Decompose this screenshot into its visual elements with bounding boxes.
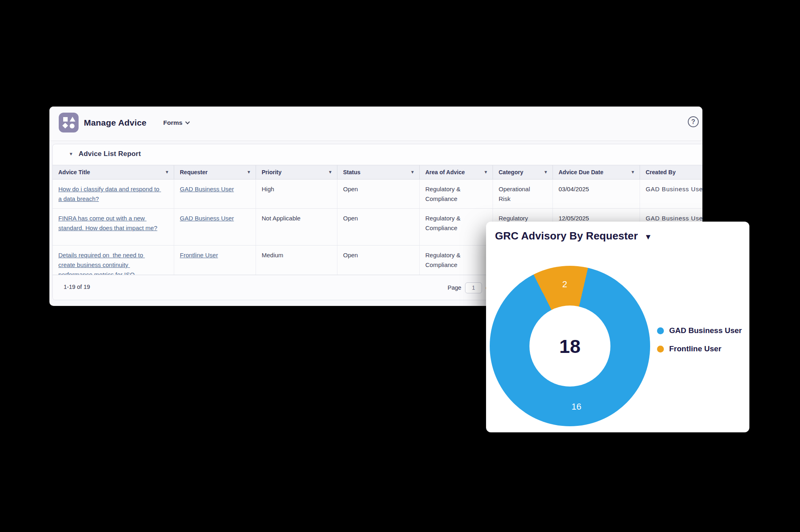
page-label: Page xyxy=(448,284,461,291)
row-range-label: 1-19 of 19 xyxy=(64,284,90,290)
diamond-glyph xyxy=(62,123,68,128)
circle-glyph xyxy=(70,124,75,128)
slice-value-frontline: 2 xyxy=(562,279,567,290)
advice-title-link[interactable]: FINRA has come out with a new standard. … xyxy=(58,214,160,233)
help-icon[interactable]: ? xyxy=(688,116,699,127)
priority-cell: Medium xyxy=(256,246,337,275)
created-by-cell: GAD Business User xyxy=(640,179,702,208)
forms-menu[interactable]: Forms xyxy=(163,119,189,126)
column-dropdown-icon[interactable]: ▾ xyxy=(247,170,250,174)
column-dropdown-icon[interactable]: ▾ xyxy=(166,170,168,174)
requester-link[interactable]: GAD Business User xyxy=(180,186,234,192)
column-header-priority[interactable]: Priority ▾ xyxy=(256,165,337,179)
status-cell: Open xyxy=(337,179,420,208)
chart-dropdown-icon[interactable]: ▼ xyxy=(644,233,652,241)
advice-title-link[interactable]: How do i classify data and respond to a … xyxy=(58,184,160,204)
priority-cell: Not Applicable xyxy=(256,209,337,245)
legend-dot-orange xyxy=(657,346,664,353)
page-title: Manage Advice xyxy=(84,118,147,128)
chart-header: GRC Advisory By Requester ▼ xyxy=(495,230,652,242)
legend-item-gad[interactable]: GAD Business User xyxy=(657,325,742,336)
due-date-cell: 03/04/2025 xyxy=(553,179,640,208)
page-number-input[interactable]: 1 xyxy=(465,282,482,293)
collapse-triangle-icon[interactable]: ▾ xyxy=(70,151,73,156)
column-dropdown-icon[interactable]: ▾ xyxy=(411,170,414,174)
column-header-advice-title[interactable]: Advice Title ▾ xyxy=(53,165,174,179)
category-cell: Operational Risk xyxy=(493,179,553,208)
window-header: Manage Advice Forms ? xyxy=(49,107,702,141)
help-glyph: ? xyxy=(691,118,695,126)
column-header-category[interactable]: Category ▾ xyxy=(493,165,553,179)
donut-hole: 18 xyxy=(529,306,610,387)
column-header-due-date[interactable]: Advice Due Date ▾ xyxy=(553,165,640,179)
slice-value-gad: 16 xyxy=(572,402,581,412)
legend-item-frontline[interactable]: Frontline User xyxy=(657,343,742,355)
advice-title-link[interactable]: Details required on the need to create b… xyxy=(58,250,160,275)
chart-legend: GAD Business User Frontline User xyxy=(657,325,742,355)
grc-advisory-chart-card: GRC Advisory By Requester ▼ 2 16 18 GAD … xyxy=(486,222,749,432)
column-header-requester[interactable]: Requester ▾ xyxy=(174,165,256,179)
legend-dot-blue xyxy=(657,327,664,334)
area-cell: Regulatory & Compliance xyxy=(420,179,493,208)
area-cell: Regulatory & Compliance xyxy=(420,246,493,275)
section-title: Advice List Report xyxy=(79,150,141,158)
chevron-down-icon xyxy=(186,120,190,124)
triangle-glyph xyxy=(70,117,75,122)
status-cell: Open xyxy=(337,246,420,275)
column-header-status[interactable]: Status ▾ xyxy=(337,165,420,179)
forms-menu-label: Forms xyxy=(163,119,182,126)
square-glyph xyxy=(63,117,68,122)
requester-link[interactable]: GAD Business User xyxy=(180,215,234,222)
column-header-created-by[interactable]: Created By xyxy=(640,165,702,179)
status-cell: Open xyxy=(337,209,420,245)
area-cell: Regulatory & Compliance xyxy=(420,209,493,245)
column-dropdown-icon[interactable]: ▾ xyxy=(484,170,487,174)
pager: Page 1 of xyxy=(448,275,491,300)
donut-ring[interactable]: 2 16 18 xyxy=(490,266,650,426)
table-row: How do i classify data and respond to a … xyxy=(53,179,702,209)
chart-title: GRC Advisory By Requester xyxy=(495,230,638,242)
table-header-row: Advice Title ▾ Requester ▾ Priority ▾ St… xyxy=(53,165,702,179)
donut-total: 18 xyxy=(559,335,580,357)
column-dropdown-icon[interactable]: ▾ xyxy=(329,170,331,174)
priority-cell: High xyxy=(256,179,337,208)
column-header-area[interactable]: Area of Advice ▾ xyxy=(420,165,493,179)
column-dropdown-icon[interactable]: ▾ xyxy=(631,170,634,174)
column-dropdown-icon[interactable]: ▾ xyxy=(544,170,547,174)
section-header: ▾ Advice List Report xyxy=(53,144,702,165)
app-shapes-icon[interactable] xyxy=(59,113,79,132)
requester-link[interactable]: Frontline User xyxy=(180,252,218,259)
